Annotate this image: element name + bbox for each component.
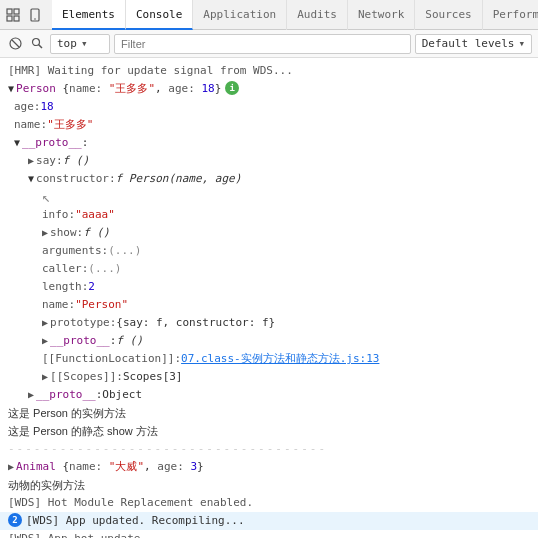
list-item[interactable]: ▶ __proto__: Object — [0, 386, 538, 404]
list-item: info: "aaaa" — [0, 206, 538, 224]
animal-object-label: Animal {name: "大威", age: 3} — [16, 459, 204, 475]
tab-network[interactable]: Network — [348, 0, 415, 30]
tab-application[interactable]: Application — [193, 0, 287, 30]
expand-icon[interactable]: ▶ — [8, 459, 14, 475]
levels-label: Default levels — [422, 37, 515, 50]
tab-perform[interactable]: Perform — [483, 0, 538, 30]
function-location-link[interactable]: 07.class-实例方法和静态方法.js:13 — [181, 351, 379, 367]
expand-icon[interactable]: ▼ — [28, 171, 34, 187]
list-item: [WDS] Hot Module Replacement enabled. — [0, 494, 538, 512]
expand-icon[interactable]: ▶ — [42, 225, 48, 241]
list-item: [[FunctionLocation]]: 07.class-实例方法和静态方法… — [0, 350, 538, 368]
instance-method-text: 这是 Person 的实例方法 — [8, 405, 126, 421]
expand-icon[interactable]: ▶ — [42, 369, 48, 385]
wds-hmr-text: [WDS] Hot Module Replacement enabled. — [8, 495, 253, 511]
list-item[interactable]: ▼ __proto__: — [0, 134, 538, 152]
levels-select[interactable]: Default levels ▾ — [415, 34, 532, 54]
list-item: name: "王多多" — [0, 116, 538, 134]
list-item: length: 2 — [0, 278, 538, 296]
svg-point-8 — [32, 39, 39, 46]
wds-update-text: [WDS] App updated. Recompiling... — [26, 513, 245, 529]
list-item[interactable]: ▶ Animal {name: "大威", age: 3} — [0, 458, 538, 476]
list-item: [HMR] Waiting for update signal from WDS… — [0, 62, 538, 80]
info-icon: i — [225, 81, 239, 95]
expand-icon[interactable]: ▶ — [42, 315, 48, 331]
context-chevron-icon: ▾ — [81, 37, 88, 50]
blue-circle-icon: 2 — [8, 513, 22, 527]
list-item[interactable]: ▶ __proto__: f () — [0, 332, 538, 350]
levels-chevron-icon: ▾ — [518, 37, 525, 50]
tab-audits[interactable]: Audits — [287, 0, 348, 30]
list-item: caller: (...) — [0, 260, 538, 278]
svg-rect-2 — [14, 9, 19, 14]
console-toolbar: top ▾ Default levels ▾ — [0, 30, 538, 58]
tab-elements[interactable]: Elements — [52, 0, 126, 30]
svg-line-9 — [38, 45, 42, 49]
svg-rect-1 — [7, 16, 12, 21]
expand-icon[interactable]: ▼ — [8, 81, 14, 97]
list-item: 2 [WDS] App updated. Recompiling... — [0, 512, 538, 530]
console-output: [HMR] Waiting for update signal from WDS… — [0, 58, 538, 538]
svg-line-7 — [12, 40, 19, 47]
list-item: ↖ — [0, 188, 538, 206]
list-item[interactable]: ▼ constructor: f Person(name, age) — [0, 170, 538, 188]
list-item: [WDS] App hot update... — [0, 530, 538, 538]
list-item[interactable]: ▶ show: f () — [0, 224, 538, 242]
expand-icon[interactable]: ▶ — [28, 387, 34, 403]
list-item: 这是 Person 的实例方法 — [0, 404, 538, 422]
hmr-text: [HMR] Waiting for update signal from WDS… — [8, 63, 293, 79]
context-value: top — [57, 37, 77, 50]
expand-icon[interactable]: ▶ — [42, 333, 48, 349]
list-item: 动物的实例方法 — [0, 476, 538, 494]
tab-bar: Elements Console Application Audits Netw… — [0, 0, 538, 30]
mobile-icon[interactable] — [26, 6, 44, 24]
svg-rect-3 — [14, 16, 19, 21]
list-item: arguments: (...) — [0, 242, 538, 260]
list-item[interactable]: ▼ Person {name: "王多多", age: 18} i — [0, 80, 538, 98]
list-item: age: 18 — [0, 98, 538, 116]
filter-input[interactable] — [114, 34, 411, 54]
wds-hot-text: [WDS] App hot update... — [8, 531, 160, 538]
divider-line: ------------------------------------- — [0, 440, 538, 458]
svg-point-5 — [34, 18, 36, 20]
filter-icon[interactable] — [28, 35, 46, 53]
animal-instance-text: 动物的实例方法 — [8, 477, 85, 493]
list-item[interactable]: ▶ [[Scopes]]: Scopes[3] — [0, 368, 538, 386]
inspect-icon[interactable] — [4, 6, 22, 24]
tab-sources[interactable]: Sources — [415, 0, 482, 30]
cursor-icon: ↖ — [42, 189, 50, 205]
list-item[interactable]: ▶ say: f () — [0, 152, 538, 170]
list-item: 这是 Person 的静态 show 方法 — [0, 422, 538, 440]
list-item: name: "Person" — [0, 296, 538, 314]
clear-console-button[interactable] — [6, 35, 24, 53]
expand-icon[interactable]: ▶ — [28, 153, 34, 169]
list-item[interactable]: ▶ prototype: {say: f, constructor: f} — [0, 314, 538, 332]
tab-console[interactable]: Console — [126, 0, 193, 30]
context-select[interactable]: top ▾ — [50, 34, 110, 54]
tab-icons — [4, 6, 44, 24]
expand-icon[interactable]: ▼ — [14, 135, 20, 151]
object-label: Person {name: "王多多", age: 18} — [16, 81, 221, 97]
divider-text: ------------------------------------- — [8, 441, 327, 457]
static-method-text: 这是 Person 的静态 show 方法 — [8, 423, 158, 439]
svg-rect-0 — [7, 9, 12, 14]
